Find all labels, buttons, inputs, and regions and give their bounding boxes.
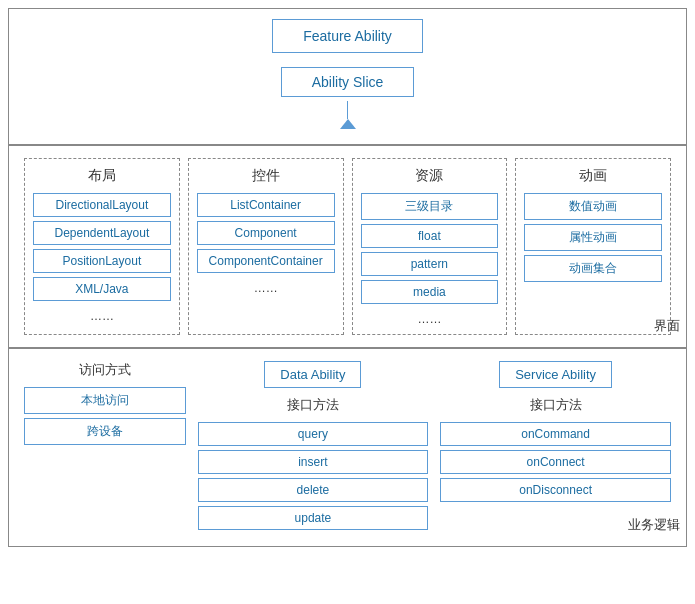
animation-item-0: 数值动画 xyxy=(524,193,662,220)
data-ability-item-0: query xyxy=(198,422,429,446)
data-ability-item-1: insert xyxy=(198,450,429,474)
resource-box: 资源 三级目录 float pattern media …… xyxy=(352,158,508,335)
data-ability-col: Data Ability 接口方法 query insert delete up… xyxy=(198,361,429,534)
resource-item-2: pattern xyxy=(361,252,499,276)
access-title: 访问方式 xyxy=(79,361,131,379)
feature-ability-box: Feature Ability xyxy=(272,19,423,53)
arrow-line xyxy=(347,101,349,119)
resource-item-1: float xyxy=(361,224,499,248)
ui-section-label: 界面 xyxy=(654,317,680,335)
animation-box: 动画 数值动画 属性动画 动画集合 xyxy=(515,158,671,335)
resource-title: 资源 xyxy=(415,167,443,185)
layout-dots: …… xyxy=(90,309,114,323)
layout-item-1: DependentLayout xyxy=(33,221,171,245)
data-ability-header: Data Ability xyxy=(264,361,361,388)
layout-title: 布局 xyxy=(88,167,116,185)
service-ability-interface-title: 接口方法 xyxy=(530,396,582,414)
animation-title: 动画 xyxy=(579,167,607,185)
access-item-0: 本地访问 xyxy=(24,387,186,414)
animation-item-1: 属性动画 xyxy=(524,224,662,251)
resource-item-0: 三级目录 xyxy=(361,193,499,220)
control-box: 控件 ListContainer Component ComponentCont… xyxy=(188,158,344,335)
access-item-1: 跨设备 xyxy=(24,418,186,445)
ui-section: 布局 DirectionalLayout DependentLayout Pos… xyxy=(8,145,687,348)
service-ability-item-0: onCommand xyxy=(440,422,671,446)
ability-slice-box: Ability Slice xyxy=(281,67,415,97)
arrow-up-icon xyxy=(340,119,356,129)
bottom-grid: 访问方式 本地访问 跨设备 Data Ability 接口方法 query in… xyxy=(24,361,671,534)
animation-item-2: 动画集合 xyxy=(524,255,662,282)
business-section: 访问方式 本地访问 跨设备 Data Ability 接口方法 query in… xyxy=(8,348,687,547)
control-dots: …… xyxy=(254,281,278,295)
feature-ability-label: Feature Ability xyxy=(303,28,392,44)
data-ability-item-2: delete xyxy=(198,478,429,502)
feature-ability-section: Feature Ability Ability Slice xyxy=(8,8,687,145)
diagram: Feature Ability Ability Slice 布局 Directi… xyxy=(0,0,695,555)
control-item-0: ListContainer xyxy=(197,193,335,217)
layout-item-3: XML/Java xyxy=(33,277,171,301)
access-col: 访问方式 本地访问 跨设备 xyxy=(24,361,186,449)
data-ability-item-3: update xyxy=(198,506,429,530)
control-item-2: ComponentContainer xyxy=(197,249,335,273)
business-section-label: 业务逻辑 xyxy=(628,516,680,534)
layout-item-0: DirectionalLayout xyxy=(33,193,171,217)
control-item-1: Component xyxy=(197,221,335,245)
data-ability-interface-title: 接口方法 xyxy=(287,396,339,414)
layout-item-2: PositionLayout xyxy=(33,249,171,273)
resource-item-3: media xyxy=(361,280,499,304)
middle-grid: 布局 DirectionalLayout DependentLayout Pos… xyxy=(24,158,671,335)
ability-slice-label: Ability Slice xyxy=(312,74,384,90)
layout-box: 布局 DirectionalLayout DependentLayout Pos… xyxy=(24,158,180,335)
control-title: 控件 xyxy=(252,167,280,185)
service-ability-item-1: onConnect xyxy=(440,450,671,474)
service-ability-item-2: onDisconnect xyxy=(440,478,671,502)
resource-dots: …… xyxy=(417,312,441,326)
service-ability-col: Service Ability 接口方法 onCommand onConnect… xyxy=(440,361,671,506)
service-ability-header: Service Ability xyxy=(499,361,612,388)
